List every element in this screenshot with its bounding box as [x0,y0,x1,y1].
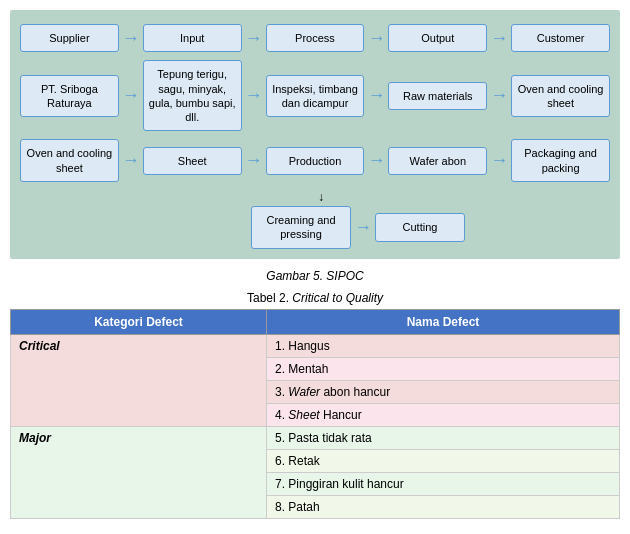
sipoc-row-3: Oven and cooling sheet → Sheet → Product… [20,139,610,182]
sipoc-caption: Gambar 5. SIPOC [0,269,630,283]
sipoc-row-4: Creaming and pressing → Cutting [20,206,610,249]
col-nama: Nama Defect [266,309,619,334]
col-kategori: Kategori Defect [11,309,267,334]
sipoc-customer-val: Oven and cooling sheet [511,75,610,118]
arrow-6: → [242,85,266,106]
sipoc-r3-box2: Sheet [143,147,242,175]
defect-name: 4. Sheet Hancur [266,403,619,426]
arrow-13: → [351,217,375,238]
down-arrow: ↓ [281,190,361,204]
defect-name: 8. Patah [266,495,619,518]
sipoc-r3-box3: Production [266,147,365,175]
sipoc-creaming-box: Creaming and pressing [251,206,351,249]
sipoc-row-2: PT. Sriboga Raturaya → Tepung terigu, sa… [20,60,610,131]
arrow-1: → [119,28,143,49]
sipoc-input-header: Input [143,24,242,52]
sipoc-process-val: Inspeksi, timbang dan dicampur [266,75,365,118]
down-arrow-container: ↓ [20,190,610,204]
sipoc-r3-box1: Oven and cooling sheet [20,139,119,182]
sipoc-supplier-val: PT. Sriboga Raturaya [20,75,119,118]
table-title: Tabel 2. Critical to Quality [0,291,630,305]
sipoc-diagram: Supplier → Input → Process → Output → Cu… [10,10,620,259]
defect-name: 5. Pasta tidak rata [266,426,619,449]
sipoc-process-header: Process [266,24,365,52]
defect-name: 7. Pinggiran kulit hancur [266,472,619,495]
sipoc-row-1: Supplier → Input → Process → Output → Cu… [20,24,610,52]
table-title-prefix: Tabel 2. [247,291,289,305]
defect-name: 3. Wafer abon hancur [266,380,619,403]
sipoc-r3-box5: Packaging and packing [511,139,610,182]
table-title-italic: Critical to Quality [292,291,383,305]
arrow-2: → [242,28,266,49]
table-row: Major5. Pasta tidak rata [11,426,620,449]
arrow-10: → [242,150,266,171]
arrow-11: → [364,150,388,171]
arrow-3: → [364,28,388,49]
sipoc-customer-header: Customer [511,24,610,52]
arrow-4: → [487,28,511,49]
arrow-7: → [364,85,388,106]
defect-name: 6. Retak [266,449,619,472]
sipoc-cutting-box: Cutting [375,213,465,241]
sipoc-output-val: Raw materials [388,82,487,110]
category-major: Major [11,426,267,518]
table-row: Critical1. Hangus [11,334,620,357]
sipoc-r3-box4: Wafer abon [388,147,487,175]
defect-name: 2. Mentah [266,357,619,380]
arrow-5: → [119,85,143,106]
caption-label: Gambar 5. [266,269,323,283]
arrow-8: → [487,85,511,106]
sipoc-supplier-header: Supplier [20,24,119,52]
category-critical: Critical [11,334,267,426]
table-header-row: Kategori Defect Nama Defect [11,309,620,334]
defect-name: 1. Hangus [266,334,619,357]
caption-italic: SIPOC [326,269,363,283]
arrow-12: → [487,150,511,171]
arrow-9: → [119,150,143,171]
ctq-table: Kategori Defect Nama Defect Critical1. H… [10,309,620,519]
sipoc-output-header: Output [388,24,487,52]
sipoc-input-val: Tepung terigu, sagu, minyak, gula, bumbu… [143,60,242,131]
